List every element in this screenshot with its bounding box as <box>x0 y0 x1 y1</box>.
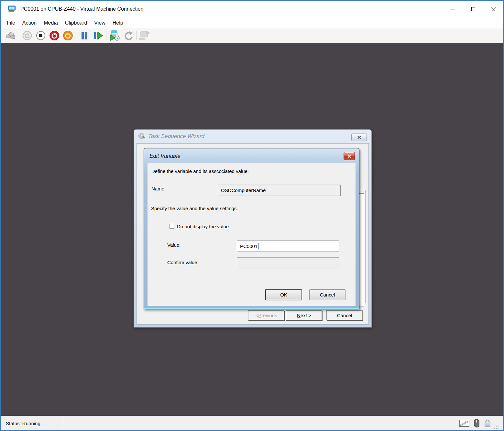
lock-status-icon <box>484 419 491 428</box>
name-field: OSDComputerName <box>218 185 341 196</box>
menu-action[interactable]: Action <box>19 20 40 26</box>
menu-help[interactable]: Help <box>109 20 127 26</box>
shut-down-button[interactable] <box>48 29 61 42</box>
pause-icon <box>79 31 90 40</box>
statusbar: Status: Running <box>1 416 503 430</box>
edit-variable-close-icon <box>347 155 351 158</box>
toolbar <box>1 28 503 43</box>
ctrl-alt-del-button[interactable] <box>4 29 17 42</box>
window-controls <box>443 1 503 17</box>
vm-connection-window: PC0001 on CPUB-Z440 - Virtual Machine Co… <box>0 0 504 431</box>
close-icon <box>491 7 496 12</box>
titlebar: PC0001 on CPUB-Z440 - Virtual Machine Co… <box>1 1 503 17</box>
close-button[interactable] <box>483 1 503 17</box>
wizard-close-button[interactable] <box>351 134 367 141</box>
do-not-display-checkbox[interactable] <box>170 224 174 229</box>
edit-variable-title: Edit Variable <box>149 153 181 159</box>
shut-down-icon <box>49 30 60 41</box>
checkpoint-icon <box>109 30 120 41</box>
statusbar-separator <box>63 417 63 429</box>
name-field-value: OSDComputerName <box>221 188 266 193</box>
text-caret <box>258 243 258 249</box>
toolbar-separator <box>106 31 106 40</box>
edit-cancel-label: Cancel <box>320 292 335 297</box>
status-text: Status: Running <box>6 421 58 426</box>
hyperv-app-icon <box>8 5 16 13</box>
menu-clipboard[interactable]: Clipboard <box>61 20 91 26</box>
minimize-icon <box>451 7 455 11</box>
reset-icon <box>93 31 104 40</box>
menu-file[interactable]: File <box>3 20 19 26</box>
turn-off-icon <box>36 30 46 41</box>
previous-button: < Previous <box>248 310 284 320</box>
edit-variable-close-button[interactable] <box>344 152 355 160</box>
turn-off-button[interactable] <box>34 29 48 42</box>
mouse-status-icon <box>474 419 480 428</box>
enhanced-session-button <box>138 29 151 42</box>
enhanced-session-icon <box>139 30 150 41</box>
revert-button <box>121 29 135 42</box>
keyboard-status-icon <box>459 420 469 427</box>
maximize-icon <box>471 7 476 11</box>
value-field[interactable]: PC0001 <box>237 241 339 252</box>
next-button[interactable]: Next > <box>286 310 322 320</box>
minimize-button[interactable] <box>443 1 463 17</box>
revert-icon <box>123 31 133 40</box>
wizard-titlebar[interactable]: Task Sequence Wizard <box>134 130 371 143</box>
wizard-button-row: < Previous Next > Cancel <box>137 310 368 323</box>
edit-cancel-button[interactable]: Cancel <box>309 289 345 300</box>
wizard-title: Task Sequence Wizard <box>148 133 204 140</box>
wizard-close-icon <box>357 136 361 139</box>
reset-button[interactable] <box>91 29 105 42</box>
statusbar-icons <box>459 419 491 428</box>
ctrl-alt-del-icon <box>5 31 16 40</box>
maximize-button[interactable] <box>463 1 483 17</box>
toolbar-separator <box>136 31 137 40</box>
value-field-text: PC0001 <box>240 243 257 249</box>
window-title: PC0001 on CPUB-Z440 - Virtual Machine Co… <box>20 6 143 12</box>
menu-view[interactable]: View <box>91 20 109 26</box>
value-label: Value: <box>167 242 181 248</box>
next-label-rest: ext > <box>301 313 311 318</box>
wizard-icon <box>138 133 145 140</box>
confirm-value-label: Confirm value: <box>167 260 199 265</box>
start-button <box>20 29 34 42</box>
save-state-icon <box>62 30 73 41</box>
ok-button[interactable]: OK <box>266 289 302 300</box>
edit-variable-content: Define the variable and its asscociated … <box>148 163 356 306</box>
do-not-display-label[interactable]: Do not display the value <box>177 224 229 229</box>
previous-label-prefix: < <box>255 313 258 318</box>
save-button[interactable] <box>61 29 75 42</box>
previous-label-letter: P <box>258 313 261 318</box>
pause-button[interactable] <box>78 29 91 42</box>
resize-grip[interactable] <box>494 425 499 429</box>
next-label-letter: N <box>297 313 301 318</box>
start-icon <box>22 30 32 41</box>
intro-text: Define the variable and its asscociated … <box>151 168 249 174</box>
wizard-cancel-button[interactable]: Cancel <box>326 310 363 320</box>
checkpoint-button[interactable] <box>108 29 121 42</box>
toolbar-separator <box>76 31 76 40</box>
edit-variable-dialog: Edit Variable Define the variable and it… <box>144 148 359 309</box>
toolbar-separator <box>19 31 19 40</box>
menubar: File Action Media Clipboard View Help <box>1 17 503 28</box>
confirm-value-field <box>237 257 339 268</box>
wizard-cancel-label: Cancel <box>337 313 352 318</box>
ok-label: OK <box>280 292 287 297</box>
vm-display: Task Sequence Wizard < Previous Next <box>1 43 503 416</box>
previous-label-rest: revious <box>261 313 277 318</box>
menu-media[interactable]: Media <box>40 20 61 26</box>
specify-text: Specify the value and the value settings… <box>151 206 238 211</box>
name-label: Name: <box>151 186 166 191</box>
